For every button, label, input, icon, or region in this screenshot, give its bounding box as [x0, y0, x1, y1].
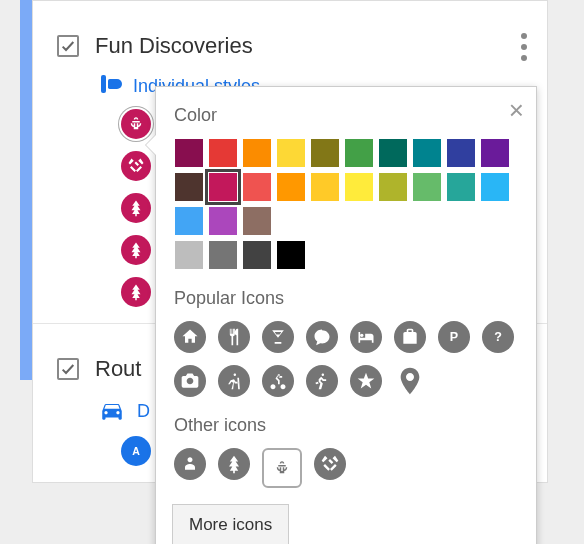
- color-swatch[interactable]: [209, 139, 237, 167]
- car-icon: [99, 398, 125, 424]
- close-icon[interactable]: ×: [509, 97, 524, 123]
- layer-checkbox[interactable]: [57, 35, 79, 57]
- color-swatch[interactable]: [243, 241, 271, 269]
- color-swatch[interactable]: [379, 139, 407, 167]
- icon-choice-swords[interactable]: [314, 448, 346, 480]
- icon-choice-fountain[interactable]: [262, 448, 302, 488]
- color-swatch[interactable]: [481, 173, 509, 201]
- style-popup: × Color Popular Icons P? Other icons Mor…: [155, 86, 537, 544]
- color-swatch[interactable]: [277, 241, 305, 269]
- color-swatch[interactable]: [175, 173, 203, 201]
- drive-label: D: [137, 401, 150, 422]
- color-swatch[interactable]: [277, 173, 305, 201]
- icon-choice-parking[interactable]: P: [438, 321, 470, 353]
- color-swatch[interactable]: [481, 139, 509, 167]
- color-swatch[interactable]: [209, 207, 237, 235]
- icon-choice-bike[interactable]: [262, 365, 294, 397]
- svg-text:A: A: [132, 445, 140, 457]
- icon-choice-help[interactable]: ?: [482, 321, 514, 353]
- svg-text:?: ?: [494, 330, 502, 344]
- icon-choice-bar[interactable]: [262, 321, 294, 353]
- color-swatch[interactable]: [311, 139, 339, 167]
- color-swatch[interactable]: [277, 139, 305, 167]
- icon-choice-hike[interactable]: [218, 365, 250, 397]
- icon-choice-tree[interactable]: [218, 448, 250, 480]
- paint-roller-icon: [99, 75, 121, 97]
- color-swatch[interactable]: [345, 139, 373, 167]
- icon-choice-speech[interactable]: [306, 321, 338, 353]
- tree-icon: [121, 235, 151, 265]
- color-heading: Color: [174, 105, 520, 126]
- more-icons-button[interactable]: More icons: [172, 504, 289, 544]
- color-swatch[interactable]: [447, 173, 475, 201]
- icon-choice-run[interactable]: [306, 365, 338, 397]
- icon-choice-dining[interactable]: [218, 321, 250, 353]
- color-swatch[interactable]: [345, 173, 373, 201]
- popular-heading: Popular Icons: [174, 288, 520, 309]
- icon-choice-camera[interactable]: [174, 365, 206, 397]
- icon-choice-person[interactable]: [174, 448, 206, 480]
- icon-choice-star[interactable]: [350, 365, 382, 397]
- popular-icons-grid: P?: [172, 319, 520, 399]
- color-swatch[interactable]: [175, 241, 203, 269]
- color-swatch[interactable]: [243, 139, 271, 167]
- color-swatch[interactable]: [379, 173, 407, 201]
- layer-title: Fun Discoveries: [95, 33, 531, 59]
- color-swatch[interactable]: [243, 207, 271, 235]
- tree-icon: [121, 277, 151, 307]
- layer-checkbox[interactable]: [57, 358, 79, 380]
- tree-icon: [121, 193, 151, 223]
- color-swatch[interactable]: [311, 173, 339, 201]
- color-swatch[interactable]: [243, 173, 271, 201]
- swords-icon: [121, 151, 151, 181]
- color-grid: [172, 136, 512, 272]
- color-swatch[interactable]: [447, 139, 475, 167]
- other-icons-grid: [172, 446, 520, 490]
- letter-a-icon: A: [121, 436, 151, 466]
- icon-choice-pin[interactable]: [394, 365, 426, 397]
- other-heading: Other icons: [174, 415, 520, 436]
- layer-menu-icon[interactable]: [521, 33, 527, 61]
- icon-choice-shop[interactable]: [394, 321, 426, 353]
- color-swatch[interactable]: [175, 139, 203, 167]
- icon-choice-hotel[interactable]: [350, 321, 382, 353]
- color-swatch[interactable]: [413, 139, 441, 167]
- color-swatch-selected[interactable]: [209, 173, 237, 201]
- svg-text:P: P: [450, 330, 458, 344]
- color-swatch[interactable]: [209, 241, 237, 269]
- color-swatch[interactable]: [413, 173, 441, 201]
- color-swatch[interactable]: [175, 207, 203, 235]
- icon-choice-home[interactable]: [174, 321, 206, 353]
